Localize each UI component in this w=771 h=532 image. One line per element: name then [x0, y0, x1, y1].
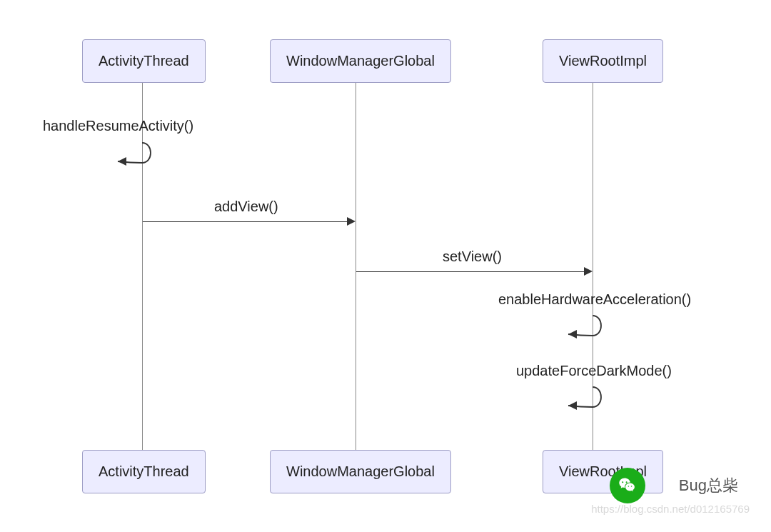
participant-top-windowmanagerglobal: WindowManagerGlobal — [270, 39, 451, 83]
wechat-icon — [610, 468, 645, 503]
message-handleresumeactivity: handleResumeActivity() — [43, 118, 193, 134]
participant-label: ActivityThread — [99, 463, 189, 479]
participant-top-activitythread: ActivityThread — [82, 39, 206, 83]
message-setview: setView() — [443, 249, 502, 265]
participant-label: WindowManagerGlobal — [286, 463, 435, 479]
lifeline-activitythread — [142, 79, 143, 450]
watermark-url: https://blog.csdn.net/d012165769 — [591, 503, 750, 515]
sequence-diagram: ActivityThread WindowManagerGlobal ViewR… — [0, 0, 771, 532]
self-loop-icon — [111, 136, 153, 175]
arrow-head-icon — [347, 217, 356, 226]
participant-top-viewrootimpl: ViewRootImpl — [543, 39, 663, 83]
self-loop-icon — [561, 308, 604, 348]
arrow-head-icon — [584, 267, 593, 276]
message-addview: addView() — [214, 199, 278, 215]
participant-bottom-activitythread: ActivityThread — [82, 450, 206, 493]
svg-marker-1 — [568, 330, 577, 338]
arrow-line — [356, 271, 584, 272]
participant-label: WindowManagerGlobal — [286, 53, 435, 69]
participant-label: ViewRootImpl — [559, 53, 647, 69]
participant-label: ActivityThread — [99, 53, 189, 69]
message-enablehardwareacceleration: enableHardwareAcceleration() — [498, 291, 691, 308]
arrow-line — [143, 221, 347, 222]
svg-marker-2 — [568, 401, 577, 410]
self-loop-icon — [561, 380, 604, 419]
message-updateforcedarkmode: updateForceDarkMode() — [516, 363, 672, 379]
watermark-text: Bug总柴 — [679, 475, 738, 496]
participant-bottom-windowmanagerglobal: WindowManagerGlobal — [270, 450, 451, 493]
svg-marker-0 — [118, 157, 126, 166]
lifeline-windowmanagerglobal — [356, 79, 356, 450]
